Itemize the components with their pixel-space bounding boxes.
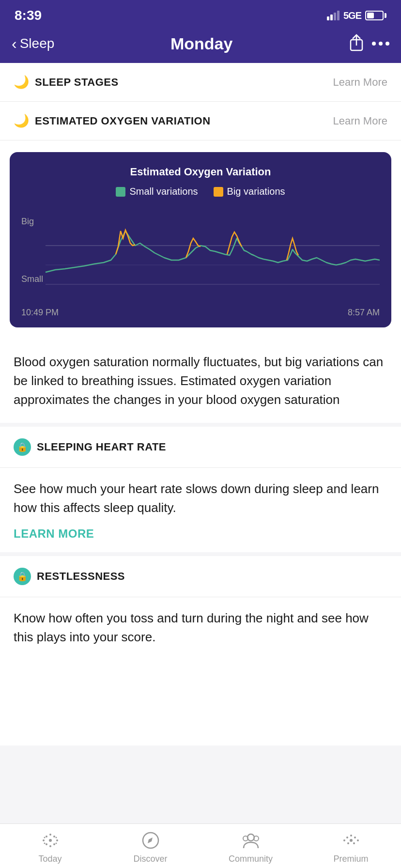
sleep-stages-section: 🌙 SLEEP STAGES Learn More [0,63,401,102]
back-label: Sleep [20,36,55,51]
tab-discover[interactable]: Discover [100,832,200,864]
svg-point-5 [49,839,52,842]
svg-point-10 [49,834,51,836]
bottom-nav: Today Discover Community [0,823,401,868]
today-icon [41,832,60,851]
status-bar: 8:39 5GE [0,0,401,29]
tab-today[interactable]: Today [0,832,100,864]
svg-marker-19 [148,837,153,843]
status-icons: 5GE [327,10,386,21]
svg-point-29 [343,839,345,841]
status-time: 8:39 [15,8,42,23]
oxygen-variation-title: ESTIMATED OXYGEN VARIATION [35,115,211,127]
back-button[interactable]: ‹ Sleep [12,35,54,53]
svg-point-30 [357,839,359,841]
chart-x-labels: 10:49 PM 8:57 AM [21,308,380,318]
chart-visualization [21,207,380,304]
more-options-button[interactable] [372,42,389,46]
legend-big: Big variations [214,186,285,197]
main-content: 🌙 SLEEP STAGES Learn More 🌙 ESTIMATED OX… [0,63,401,745]
restlessness-body: Know how often you toss and turn during … [0,597,401,668]
legend-small: Small variations [116,186,198,197]
x-label-end: 8:57 AM [348,308,380,318]
sleeping-heart-rate-title: SLEEPING HEART RATE [37,441,166,453]
restlessness-header: 🔒 RESTLESSNESS [0,556,401,597]
tab-premium-label: Premium [333,854,368,864]
signal-icon [327,11,339,20]
sleeping-heart-rate-body: See how much your heart rate slows down … [0,468,401,552]
share-button[interactable] [349,34,364,53]
svg-point-24 [346,837,348,838]
svg-point-23 [350,839,353,842]
chart-svg-area: Big Small [21,207,380,304]
sleep-stages-title: SLEEP STAGES [35,76,119,89]
tab-today-label: Today [38,854,62,864]
svg-point-12 [43,839,45,841]
lock-icon: 🔒 [14,438,31,456]
back-chevron-icon: ‹ [12,35,17,53]
oxygen-variation-section: 🌙 ESTIMATED OXYGEN VARIATION Learn More [0,102,401,140]
tab-community-label: Community [229,854,273,864]
battery-icon [365,11,386,20]
svg-point-25 [354,837,356,838]
restlessness-section: 🔒 RESTLESSNESS Know how often you toss a… [0,552,401,668]
restlessness-title: RESTLESSNESS [37,570,125,583]
svg-point-16 [44,843,45,844]
tab-discover-label: Discover [133,854,167,864]
y-label-big: Big [21,217,43,227]
oxygen-variation-chart: Estimated Oxygen Variation Small variati… [10,152,391,327]
svg-point-28 [350,835,352,837]
chart-legend: Small variations Big variations [21,186,380,197]
svg-point-7 [53,836,55,837]
svg-point-9 [53,843,55,845]
svg-point-17 [55,843,57,844]
svg-point-15 [55,837,57,838]
svg-point-8 [46,843,47,845]
sleeping-heart-rate-learn-more[interactable]: LEARN MORE [14,527,94,540]
y-label-small: Small [21,274,43,284]
bottom-nav-wrapper: Today Discover Community [0,857,401,868]
svg-point-6 [46,836,47,837]
sleeping-heart-rate-section: 🔒 SLEEPING HEART RATE See how much your … [0,423,401,552]
description-text-content: Blood oxygen saturation normally fluctua… [14,355,383,407]
moon-icon: 🌙 [14,75,29,90]
sleep-stages-learn-more[interactable]: Learn More [333,76,387,89]
svg-point-14 [44,837,45,838]
oxygen-description: Blood oxygen saturation normally fluctua… [0,339,401,423]
restlessness-lock-icon: 🔒 [14,568,31,585]
chart-title: Estimated Oxygen Variation [21,166,380,178]
legend-green-color [116,187,125,197]
svg-point-26 [347,842,349,844]
discover-icon [142,832,159,851]
moon-icon-2: 🌙 [14,113,29,128]
premium-icon [341,832,361,851]
restlessness-desc: Know how often you toss and turn during … [14,609,387,647]
nav-actions [349,34,389,53]
svg-point-27 [353,842,355,844]
chart-y-labels: Big Small [21,207,43,304]
tab-community[interactable]: Community [200,832,301,864]
sleeping-heart-rate-desc: See how much your heart rate slows down … [14,480,387,517]
tab-premium[interactable]: Premium [301,832,401,864]
page-title: Monday [170,34,232,53]
oxygen-variation-learn-more[interactable]: Learn More [333,115,387,127]
svg-point-20 [247,834,254,841]
legend-orange-color [214,187,223,197]
legend-small-label: Small variations [129,186,198,197]
svg-point-11 [49,845,51,847]
network-type: 5GE [343,10,361,21]
x-label-start: 10:49 PM [21,308,59,318]
legend-big-label: Big variations [227,186,285,197]
nav-header: ‹ Sleep Monday [0,29,401,63]
sleeping-heart-rate-header: 🔒 SLEEPING HEART RATE [0,427,401,468]
svg-point-13 [56,839,58,841]
community-icon [241,832,261,851]
